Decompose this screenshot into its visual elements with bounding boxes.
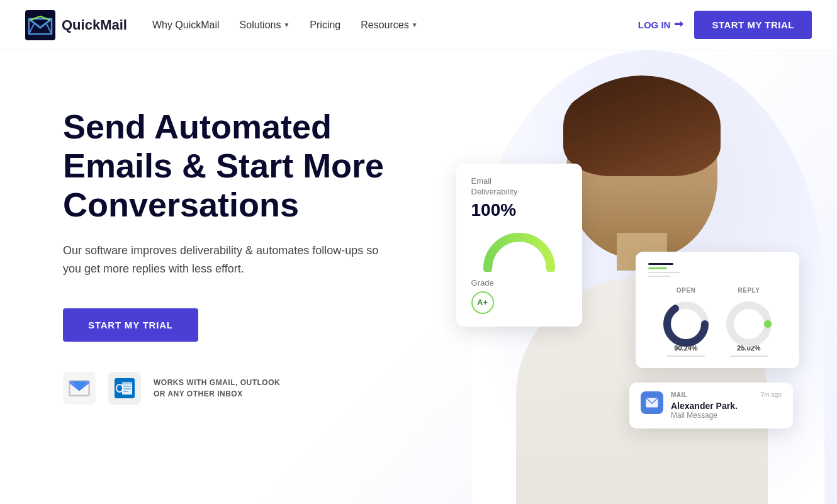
logo[interactable]: QuickMail [25,10,127,40]
open-label: OPEN [661,287,711,294]
hero-cta-button[interactable]: START MY TRIAL [63,308,198,342]
analytics-lines [648,263,787,277]
nav-link-resources[interactable]: Resources ▼ [361,20,417,31]
mail-time: 7m ago [761,391,782,398]
nav-right: LOG IN ⮕ START MY TRIAL [638,11,812,39]
nav-link-solutions[interactable]: Solutions ▼ [240,20,290,31]
resources-dropdown-arrow: ▼ [412,21,418,28]
nav-links: Why QuickMail Solutions ▼ Pricing Resour… [152,20,418,31]
hero-section: Send Automated Emails & Start More Conve… [0,50,837,504]
hero-right: Email Deliverability 100% Grade A+ [475,88,812,504]
nav-link-why[interactable]: Why QuickMail [152,20,220,31]
grade-label: Grade [471,278,567,288]
login-button[interactable]: LOG IN ⮕ [638,20,685,31]
open-underline [667,356,705,357]
svg-rect-4 [122,382,132,384]
integrations-text: WORKS WITH GMAIL, OUTLOOK OR ANY OTHER I… [154,377,280,400]
line-dark [648,263,673,265]
mail-content: MAIL 7m ago Alexander Park. Mail Message [671,391,782,420]
hero-subtitle: Our software improves deliverability & a… [63,242,390,278]
reply-underline [730,356,768,357]
line-gray1 [648,272,680,273]
nav-trial-button[interactable]: START MY TRIAL [694,11,812,39]
hero-left: Send Automated Emails & Start More Conve… [63,88,475,405]
mail-source: MAIL [671,391,687,398]
outlook-icon [108,372,141,405]
nav-left: QuickMail Why QuickMail Solutions ▼ Pric… [25,10,418,40]
deliverability-label: Email Deliverability [471,176,567,198]
login-arrow-icon: ⮕ [674,20,684,31]
mail-sender: Alexander Park. [671,401,782,411]
hero-title: Send Automated Emails & Start More Conve… [63,107,428,224]
svg-rect-5 [123,386,131,387]
mail-header: MAIL 7m ago [671,391,782,398]
open-chart: OPEN 90.24% [661,287,711,357]
analytics-header [648,263,787,277]
line-green [648,267,667,269]
reply-chart: REPLY 25.02% [724,287,774,357]
reply-label: REPLY [724,287,774,294]
analytics-charts: OPEN 90.24% REPLY [648,287,787,357]
mail-icon-wrapper [641,391,663,414]
deliverability-percent: 100% [471,200,567,220]
logo-text: QuickMail [62,17,127,33]
mail-envelope-icon [646,398,658,408]
navbar: QuickMail Why QuickMail Solutions ▼ Pric… [0,0,837,50]
solutions-dropdown-arrow: ▼ [283,21,289,28]
deliverability-card: Email Deliverability 100% Grade A+ [456,164,582,327]
analytics-card: OPEN 90.24% REPLY [636,252,799,368]
logo-icon [25,10,55,40]
gmail-icon [63,372,96,405]
nav-link-pricing[interactable]: Pricing [310,20,340,31]
mail-subject: Mail Message [671,411,782,420]
svg-point-15 [738,313,760,335]
gauge-chart [481,228,557,272]
grade-badge: A+ [471,291,494,314]
svg-rect-7 [123,391,128,392]
svg-point-9 [117,385,122,391]
mail-notification: MAIL 7m ago Alexander Park. Mail Message [629,383,793,428]
svg-point-12 [675,313,697,335]
line-gray2 [648,276,670,277]
svg-rect-6 [123,388,131,389]
hero-integrations: WORKS WITH GMAIL, OUTLOOK OR ANY OTHER I… [63,372,475,405]
